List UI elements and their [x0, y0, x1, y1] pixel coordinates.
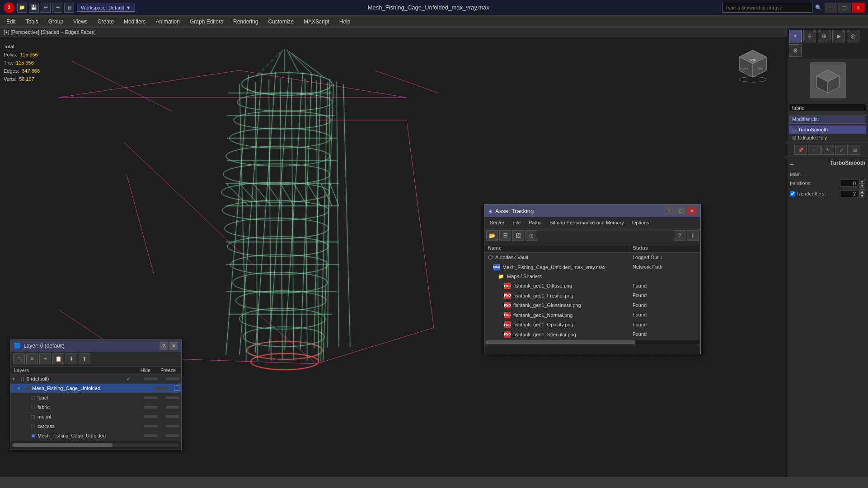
menu-edit[interactable]: Edit [2, 17, 20, 27]
layer-tb-down[interactable]: ⬇ [66, 353, 77, 364]
table-row[interactable]: PNG fishtank_geo1_Diffuse.png Found [484, 281, 700, 291]
table-row[interactable]: MAX Mesh_Fishing_Cage_Unfolded_max_vray.… [484, 262, 700, 272]
ts-collapse-icon[interactable]: ─ [790, 161, 794, 167]
search-input[interactable] [722, 3, 812, 13]
workspace-button[interactable]: Workspace: Default ▼ [77, 4, 135, 12]
asset-name-cell: PNG fishtank_geo1_Glossiness.png [484, 300, 629, 310]
layer-tb-add[interactable]: + [39, 353, 51, 364]
menu-views[interactable]: Views [69, 17, 92, 27]
layer-item[interactable]: ▣ Mesh_Fishing_Cage_Unfolded [10, 431, 181, 441]
pin-btn[interactable]: 📌 [794, 145, 807, 155]
asset-tb-folder[interactable]: 📂 [486, 230, 498, 241]
table-row[interactable]: PNG fishtank_geo1_Fresnel.png Found [484, 291, 700, 301]
render-iters-checkbox[interactable] [790, 191, 795, 196]
snap-btn[interactable]: ⊞ [849, 145, 861, 155]
utility-icon-btn[interactable]: ⚙ [789, 44, 802, 57]
expand-icon: ▾ [18, 386, 23, 391]
menu-animation[interactable]: Animation [151, 17, 184, 27]
asset-menu-bitmap[interactable]: Bitmap Performance and Memory [546, 218, 627, 227]
open-btn[interactable]: 📁 [17, 3, 27, 13]
asset-panel-title-bar[interactable]: ◈ Asset Tracking ─ □ ✕ [484, 204, 700, 217]
iterations-input[interactable] [840, 180, 858, 187]
table-row[interactable]: PNG fishtank_geo1_Normal.png Found [484, 310, 700, 320]
scale-btn[interactable]: ⤢ [835, 145, 848, 155]
render-btn[interactable]: 🖥 [64, 3, 74, 13]
asset-maximize-btn[interactable]: □ [676, 207, 685, 215]
table-row[interactable]: PNG fishtank_geo1_Glossiness.png Found [484, 300, 700, 310]
iterations-up[interactable]: ▲ [859, 179, 865, 183]
menu-help[interactable]: Help [335, 17, 355, 27]
table-row[interactable]: 📁 Maps / Shaders [484, 272, 700, 281]
close-btn[interactable]: ✕ [852, 3, 864, 13]
asset-minimize-btn[interactable]: ─ [664, 207, 674, 215]
layer-panel-title-bar[interactable]: 🟦 Layer: 0 (default) ? ✕ [10, 340, 181, 352]
layer-panel-icon: 🟦 [14, 343, 21, 349]
iterations-down[interactable]: ▼ [859, 183, 865, 188]
asset-close-btn[interactable]: ✕ [687, 207, 697, 215]
table-row[interactable]: PNG fishtank_geo1_Specular.png Found [484, 330, 700, 339]
layer-tb-delete[interactable]: ✕ [26, 353, 38, 364]
menu-rendering[interactable]: Rendering [229, 17, 263, 27]
svg-line-46 [305, 79, 307, 361]
redo-btn[interactable]: ↪ [52, 3, 62, 13]
motion-icon-btn[interactable]: ▶ [832, 30, 845, 42]
menu-maxscript[interactable]: MAXScript [299, 17, 334, 27]
layer-scrollbar[interactable] [10, 441, 181, 450]
layer-item[interactable]: ⬚ mount [10, 412, 181, 422]
search-icon[interactable]: 🔍 [815, 5, 822, 11]
asset-name-cell: PNG fishtank_geo1_Fresnel.png [484, 291, 629, 301]
modify-icon-btn[interactable]: ⟠ [803, 30, 816, 42]
layer-item[interactable]: ⬚ fabric [10, 403, 181, 412]
asset-menu-file[interactable]: File [509, 218, 524, 227]
modifier-item-turbosmooth[interactable]: TurboSmooth [789, 125, 866, 134]
move-btn[interactable]: ↕ [808, 145, 821, 155]
menu-customize[interactable]: Customize [263, 17, 298, 27]
layer-tb-copy[interactable]: 📋 [52, 353, 64, 364]
asset-menu-options[interactable]: Options [629, 218, 653, 227]
rotate-btn[interactable]: ↻ [821, 145, 834, 155]
modifier-list-label[interactable]: Modifier List [789, 115, 866, 124]
modifier-search-input[interactable] [789, 104, 866, 112]
asset-tb-help[interactable]: ? [674, 230, 685, 241]
asset-scrollbar[interactable] [485, 340, 699, 344]
menu-group[interactable]: Group [44, 17, 68, 27]
layer-item[interactable]: ▾ ⬛ Mesh_Fishing_Cage_Unfolded [10, 384, 181, 393]
asset-name-cell: PNG fishtank_geo1_Normal.png [484, 310, 629, 320]
layer-item[interactable]: ⬚ label [10, 393, 181, 403]
layer-panel-close-btn[interactable]: ✕ [169, 342, 178, 350]
undo-btn[interactable]: ↩ [41, 3, 51, 13]
save-btn[interactable]: 💾 [29, 3, 39, 13]
layer-panel-help-btn[interactable]: ? [160, 342, 168, 350]
layer-item[interactable]: ▾ ◻ 0 (default) ✓ [10, 374, 181, 384]
render-iters-input[interactable] [840, 190, 858, 197]
menu-create[interactable]: Create [93, 17, 118, 27]
layer-item[interactable]: ⬚ carcass [10, 422, 181, 431]
layer-tb-up[interactable]: ⬆ [79, 353, 90, 364]
modifier-dot [793, 128, 796, 131]
layer-tb-menu[interactable]: ≡ [13, 353, 25, 364]
asset-tb-table[interactable]: ⊞ [525, 230, 537, 241]
table-row[interactable]: PNG fishtank_geo1_Opacity.png Found [484, 320, 700, 330]
asset-table-container[interactable]: Name Status ⬡ Autodesk Vault [484, 243, 700, 339]
asset-tb-info[interactable]: ℹ [687, 230, 699, 241]
asset-menu-server[interactable]: Server [486, 218, 508, 227]
nav-cube[interactable]: TOP FRONT RIGHT [732, 43, 773, 84]
table-row[interactable]: ⬡ Autodesk Vault Logged Out ↓ [484, 253, 700, 262]
render-iters-up[interactable]: ▲ [859, 189, 865, 194]
menu-modifiers[interactable]: Modifiers [119, 17, 150, 27]
asset-tb-image[interactable]: 🖼 [512, 230, 524, 241]
create-icon-btn[interactable]: ✦ [789, 30, 802, 42]
minimize-btn[interactable]: ─ [825, 3, 837, 13]
menu-tools[interactable]: Tools [21, 17, 43, 27]
modifier-item-editablepoly[interactable]: Editable Poly [789, 134, 866, 142]
display-icon-btn[interactable]: ◎ [847, 30, 859, 42]
iterations-row: Iterations: ▲ ▼ [790, 179, 865, 188]
asset-tb-list[interactable]: ☰ [499, 230, 511, 241]
hierarchy-icon-btn[interactable]: ⊕ [818, 30, 830, 42]
asset-menu-paths[interactable]: Paths [525, 218, 545, 227]
menu-graph-editors[interactable]: Graph Editors [185, 17, 228, 27]
png-icon: PNG [504, 293, 511, 299]
render-iters-down[interactable]: ▼ [859, 194, 865, 198]
maximize-btn[interactable]: □ [838, 3, 851, 13]
viewport[interactable]: [+] [Perspective] [Shaded + Edged Faces] [0, 28, 787, 477]
